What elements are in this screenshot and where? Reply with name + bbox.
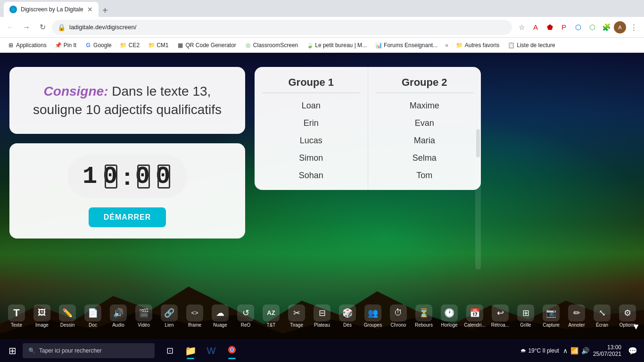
tool-code-qr[interactable]: Code QR bbox=[0, 300, 4, 332]
tool-icon-video: 🎬 bbox=[135, 304, 152, 321]
addon-icon-3[interactable]: ⬡ bbox=[571, 21, 585, 34]
tool-icon-texte: T bbox=[8, 304, 25, 321]
timer-hours: 1 bbox=[83, 163, 99, 190]
svg-point-15 bbox=[231, 348, 233, 351]
taskbar-weather: 🌧 19°C Il pleut bbox=[520, 347, 559, 354]
bookmark-pinit-label: Pin It bbox=[64, 42, 76, 49]
tool-iframe[interactable]: <> Iframe bbox=[182, 303, 207, 329]
tool-label-tirage: Tirage bbox=[290, 322, 303, 328]
refresh-button[interactable]: ↻ bbox=[36, 21, 49, 34]
tool-plateau[interactable]: ⊟ Plateau bbox=[309, 303, 335, 329]
adobe-icon-button[interactable]: A bbox=[529, 21, 542, 34]
active-tab[interactable]: Digiscreen by La Digitale ✕ bbox=[4, 2, 99, 17]
tool-label-audio: Audio bbox=[112, 322, 124, 328]
bookmark-liste-lecture[interactable]: 📋 Liste de lecture bbox=[504, 40, 559, 50]
word-icon: W bbox=[207, 346, 216, 356]
back-button[interactable]: ← bbox=[4, 21, 17, 34]
tool-nuage[interactable]: ☁ Nuage bbox=[207, 303, 233, 329]
taskbar-file-explorer[interactable]: 📁 bbox=[181, 341, 200, 360]
forward-button[interactable]: → bbox=[20, 21, 33, 34]
tool-ecran[interactable]: ⤡ Écran bbox=[589, 303, 615, 329]
tool-texte[interactable]: T Texte bbox=[4, 303, 29, 329]
bottom-toolbar: Code QR T Texte 🖼 Image ✏️ Dessin 📄 Doc … bbox=[0, 296, 644, 336]
bookmark-classroomscreen[interactable]: ◎ ClassroomScreen bbox=[241, 40, 302, 50]
consigne-widget: Consigne: Dans le texte 13, souligne 10 … bbox=[9, 67, 245, 134]
taskbar-search-box[interactable]: 🔍 Taper ici pour rechercher bbox=[23, 343, 155, 358]
tab-close-button[interactable]: ✕ bbox=[87, 6, 93, 13]
tool-reo[interactable]: ↺ ReO bbox=[233, 303, 258, 329]
taskbar-task-view[interactable]: ⊡ bbox=[160, 341, 179, 360]
timer-separator: : bbox=[123, 162, 131, 190]
volume-icon[interactable]: 🔊 bbox=[581, 347, 589, 354]
bookmark-qr[interactable]: ▦ QR Code Generator bbox=[173, 40, 239, 50]
timer-hours-2: 0 bbox=[103, 163, 119, 190]
bookmark-petitbureau[interactable]: 🍃 Le petit bureau | M... bbox=[303, 40, 371, 50]
groups-scrollbar[interactable] bbox=[475, 128, 481, 270]
tool-image[interactable]: 🖼 Image bbox=[29, 303, 55, 329]
tool-tirage[interactable]: ✂ Tirage bbox=[284, 303, 309, 329]
tool-groupes[interactable]: 👥 Groupes bbox=[360, 303, 386, 329]
start-button[interactable]: ⊞ bbox=[4, 342, 21, 359]
nav-icons-right: ☆ A ⬟ P ⬡ ⬡ 🧩 A ⋮ bbox=[515, 21, 640, 34]
menu-button[interactable]: ⋮ bbox=[627, 21, 640, 34]
bookmark-forums[interactable]: 📊 Forums Enseignant... bbox=[372, 40, 441, 50]
extensions-button[interactable]: 🧩 bbox=[600, 21, 613, 34]
tool-rebours[interactable]: ⏳ Rebours bbox=[411, 303, 437, 329]
group1-member-4: Simon bbox=[299, 153, 323, 163]
group2-member-4: Selma bbox=[413, 153, 437, 163]
addon-icon-1[interactable]: ⬟ bbox=[543, 21, 556, 34]
profile-avatar[interactable]: A bbox=[614, 21, 626, 33]
tool-label-retroa: Rétroa... bbox=[491, 322, 509, 328]
bookmark-google[interactable]: G Google bbox=[81, 40, 116, 50]
groups-widget: Groupe 1 Loan Erin Lucas Simon Sohan Gro… bbox=[255, 67, 481, 190]
timer-start-button[interactable]: DÉMARRER bbox=[89, 207, 166, 227]
network-icon[interactable]: 📶 bbox=[570, 347, 578, 354]
tool-label-doc: Doc bbox=[89, 322, 97, 328]
tool-annoter[interactable]: ✏ Annoter bbox=[564, 303, 589, 329]
tool-label-rebours: Rebours bbox=[415, 322, 433, 328]
taskbar-word[interactable]: W bbox=[202, 341, 221, 360]
chevron-up-icon[interactable]: ∧ bbox=[563, 347, 568, 354]
tool-audio[interactable]: 🔊 Audio bbox=[106, 303, 131, 329]
notification-center-button[interactable]: 💬 bbox=[625, 343, 640, 358]
address-bar[interactable]: 🔒 ladigitale.dev/digiscreen/ bbox=[52, 20, 512, 35]
group1-member-2: Erin bbox=[304, 118, 319, 128]
bookmark-qr-label: QR Code Generator bbox=[185, 42, 236, 49]
tool-apropos[interactable]: ℹ À propos bbox=[640, 300, 644, 332]
tool-des[interactable]: 🎲 Dés bbox=[335, 303, 360, 329]
tool-icon-image: 🖼 bbox=[33, 304, 50, 321]
taskbar-chrome[interactable] bbox=[223, 341, 241, 360]
tool-horloge[interactable]: 🕐 Horloge bbox=[437, 303, 462, 329]
tool-capture[interactable]: 📷 Capture bbox=[538, 303, 564, 329]
tool-dessin[interactable]: ✏️ Dessin bbox=[55, 303, 80, 329]
nav-bar: ← → ↻ 🔒 ladigitale.dev/digiscreen/ ☆ A ⬟… bbox=[0, 17, 644, 38]
pinit-icon: 📌 bbox=[55, 42, 62, 49]
consigne-text: Consigne: Dans le texte 13, souligne 10 … bbox=[28, 82, 226, 119]
group2-member-3: Maria bbox=[414, 136, 435, 146]
tool-label-dessin: Dessin bbox=[60, 322, 75, 328]
addon-icon-2[interactable]: P bbox=[557, 21, 570, 34]
tool-chrono[interactable]: ⏱ Chrono bbox=[386, 303, 411, 329]
bookmarks-more-button[interactable]: » bbox=[442, 40, 451, 50]
tool-video[interactable]: 🎬 Vidéo bbox=[131, 303, 157, 329]
taskbar-clock[interactable]: 13:00 25/07/2021 bbox=[593, 344, 621, 357]
bookmark-ce2[interactable]: 📁 CE2 bbox=[116, 40, 143, 50]
bookmark-applications[interactable]: ⊞ Applications bbox=[4, 40, 50, 50]
tool-calendrier[interactable]: 📅 Calendri... bbox=[462, 303, 487, 329]
tool-tt[interactable]: AZ T&T bbox=[258, 303, 284, 329]
tool-grille[interactable]: ⊞ Grille bbox=[513, 303, 538, 329]
file-explorer-icon: 📁 bbox=[185, 345, 197, 356]
tool-label-iframe: Iframe bbox=[188, 322, 201, 328]
bookmark-autres-favoris[interactable]: 📁 Autres favoris bbox=[452, 40, 503, 50]
notification-icon: 💬 bbox=[628, 346, 637, 355]
group2-member-1: Maxime bbox=[410, 101, 439, 111]
addon-icon-4[interactable]: ⬡ bbox=[586, 21, 599, 34]
tool-retroa[interactable]: ↩ Rétroa... bbox=[487, 303, 513, 329]
tool-lien[interactable]: 🔗 Lien bbox=[157, 303, 182, 329]
toolbar-collapse-button[interactable]: ▼ bbox=[632, 322, 640, 332]
new-tab-button[interactable]: + bbox=[99, 4, 112, 17]
bookmark-cm1[interactable]: 📁 CM1 bbox=[144, 40, 172, 50]
bookmark-pinit[interactable]: 📌 Pin It bbox=[51, 40, 80, 50]
tool-doc[interactable]: 📄 Doc bbox=[80, 303, 106, 329]
bookmark-star-button[interactable]: ☆ bbox=[515, 21, 528, 34]
